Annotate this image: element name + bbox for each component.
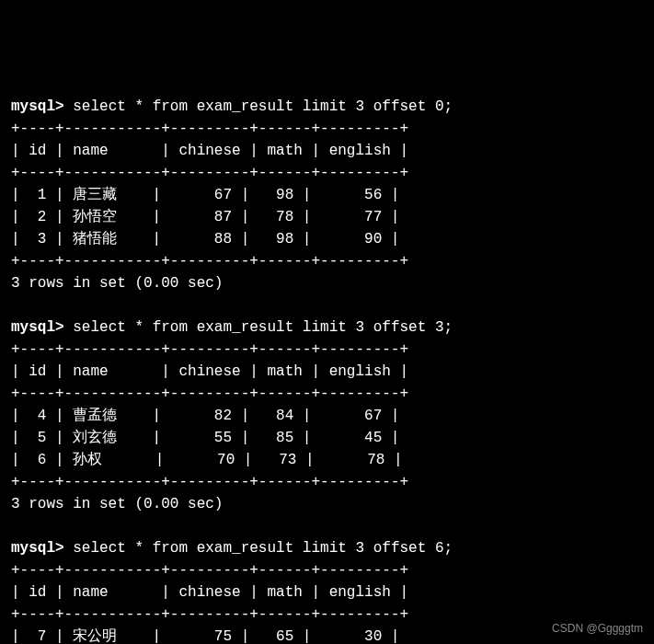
sql-command: select * from exam_result limit 3 offset… bbox=[73, 319, 453, 336]
table-border-bottom: +----+-----------+---------+------+-----… bbox=[11, 474, 408, 490]
mysql-prompt[interactable]: mysql> bbox=[11, 319, 64, 336]
table-border-mid: +----+-----------+---------+------+-----… bbox=[11, 165, 408, 181]
status-text: 3 rows in set (0.00 sec) bbox=[11, 496, 223, 512]
table-row: | 5 | 刘玄德 | 55 | 85 | 45 | bbox=[11, 430, 399, 446]
table-header: | id | name | chinese | math | english | bbox=[11, 363, 408, 380]
sql-command: select * from exam_result limit 3 offset… bbox=[73, 98, 453, 115]
table-border-top: +----+-----------+---------+------+-----… bbox=[11, 121, 408, 137]
table-border-bottom: +----+-----------+---------+------+-----… bbox=[11, 253, 408, 270]
table-row: | 2 | 孙悟空 | 87 | 78 | 77 | bbox=[11, 209, 399, 225]
mysql-prompt[interactable]: mysql> bbox=[11, 98, 64, 115]
table-border-mid: +----+-----------+---------+------+-----… bbox=[11, 385, 408, 402]
table-border-top: +----+-----------+---------+------+-----… bbox=[11, 341, 408, 358]
table-header: | id | name | chinese | math | english | bbox=[11, 143, 408, 159]
mysql-prompt[interactable]: mysql> bbox=[11, 540, 64, 557]
table-border-mid: +----+-----------+---------+------+-----… bbox=[11, 606, 408, 623]
table-row: | 6 | 孙权 | 70 | 73 | 78 | bbox=[11, 452, 403, 468]
table-border-top: +----+-----------+---------+------+-----… bbox=[11, 562, 408, 579]
query-block-1: mysql> select * from exam_result limit 3… bbox=[11, 96, 643, 294]
query-block-3: mysql> select * from exam_result limit 3… bbox=[11, 537, 643, 644]
table-row: | 3 | 猪悟能 | 88 | 98 | 90 | bbox=[11, 231, 399, 247]
table-row: | 7 | 宋公明 | 75 | 65 | 30 | bbox=[11, 628, 399, 644]
terminal-output: mysql> select * from exam_result limit 3… bbox=[11, 96, 643, 644]
sql-command: select * from exam_result limit 3 offset… bbox=[73, 540, 453, 557]
table-header: | id | name | chinese | math | english | bbox=[11, 584, 408, 601]
query-block-2: mysql> select * from exam_result limit 3… bbox=[11, 316, 643, 515]
table-row: | 1 | 唐三藏 | 67 | 98 | 56 | bbox=[11, 187, 399, 203]
watermark-text: CSDN @Gggggtm bbox=[552, 620, 643, 637]
status-text: 3 rows in set (0.00 sec) bbox=[11, 275, 223, 292]
table-row: | 4 | 曹孟德 | 82 | 84 | 67 | bbox=[11, 408, 399, 424]
